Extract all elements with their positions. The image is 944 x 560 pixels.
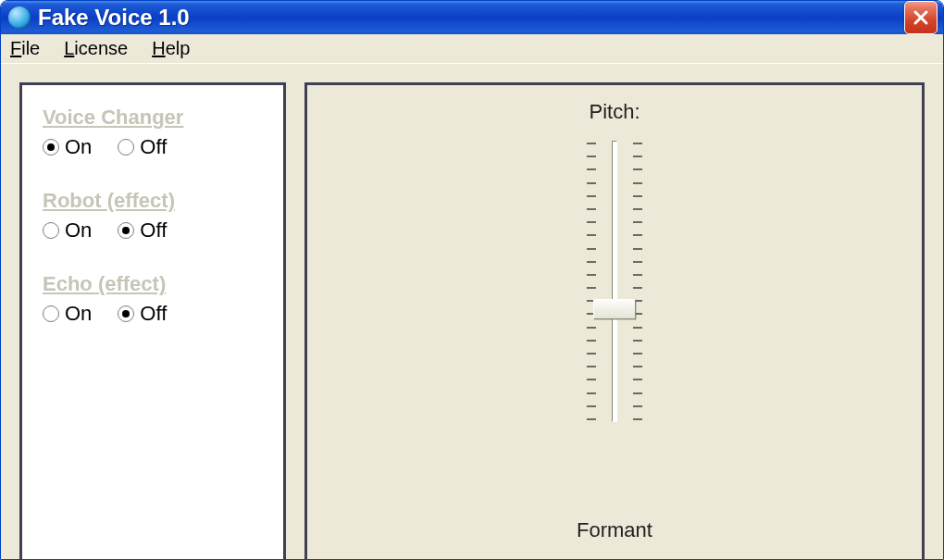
radio-icon <box>118 305 134 322</box>
slider-rail <box>612 141 617 422</box>
radio-icon <box>43 305 59 322</box>
robot-off[interactable]: Off <box>118 218 167 243</box>
menubar: File License Help <box>1 34 943 64</box>
voice-changer-group: Voice Changer On Off <box>43 106 263 159</box>
radio-icon <box>118 222 134 239</box>
pitch-slider[interactable] <box>582 133 647 429</box>
voice-changer-off[interactable]: Off <box>118 135 167 159</box>
close-button[interactable] <box>904 1 938 34</box>
effects-panel: Voice Changer On Off Robot (effect) <box>19 82 286 560</box>
panels: Voice Changer On Off Robot (effect) <box>19 82 925 560</box>
app-window: Fake Voice 1.0 File License Help Voice C… <box>0 0 944 560</box>
radio-icon <box>43 222 59 239</box>
echo-off[interactable]: Off <box>118 302 167 326</box>
robot-title: Robot (effect) <box>43 189 263 213</box>
robot-on[interactable]: On <box>43 218 92 243</box>
voice-changer-radios: On Off <box>43 135 263 159</box>
window-title: Fake Voice 1.0 <box>38 5 904 31</box>
echo-title: Echo (effect) <box>43 272 263 296</box>
formant-slider-col: Formant <box>328 518 901 560</box>
app-icon <box>8 6 31 29</box>
echo-group: Echo (effect) On Off <box>43 272 263 326</box>
voice-changer-title: Voice Changer <box>43 106 263 130</box>
formant-slider[interactable] <box>582 552 647 560</box>
radio-icon <box>118 139 134 156</box>
menu-help[interactable]: Help <box>152 38 190 59</box>
radio-icon <box>43 139 59 156</box>
echo-radios: On Off <box>43 302 263 326</box>
slider-thumb[interactable] <box>593 299 636 319</box>
content: Voice Changer On Off Robot (effect) <box>1 64 943 560</box>
menu-license[interactable]: License <box>64 38 128 59</box>
pitch-label: Pitch: <box>589 100 640 124</box>
voice-changer-on[interactable]: On <box>43 135 92 159</box>
pitch-slider-col: Pitch: <box>328 100 901 481</box>
robot-radios: On Off <box>43 218 263 243</box>
titlebar[interactable]: Fake Voice 1.0 <box>1 1 943 34</box>
close-icon <box>912 8 930 27</box>
sliders-panel: Pitch: Formant <box>304 82 925 560</box>
formant-label: Formant <box>577 518 652 542</box>
menu-file[interactable]: File <box>10 38 40 59</box>
robot-group: Robot (effect) On Off <box>43 189 263 243</box>
echo-on[interactable]: On <box>43 302 92 326</box>
